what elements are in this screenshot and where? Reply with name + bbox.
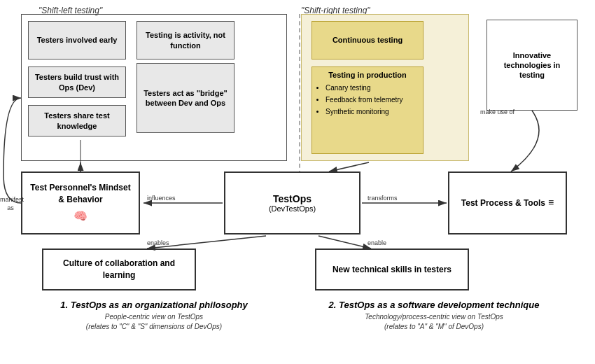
bars-icon: ≡ bbox=[548, 196, 554, 210]
transforms-label: transforms bbox=[368, 195, 398, 202]
production-box: Testing in production Canary testing Fee… bbox=[312, 66, 424, 154]
production-title: Testing in production bbox=[316, 71, 419, 79]
skills-box: New technical skills in testers bbox=[315, 248, 469, 290]
bridge-box: Testers act as "bridge" between Dev and … bbox=[136, 63, 234, 133]
skills-label: New technical skills in testers bbox=[332, 264, 451, 276]
share-knowledge-box: Testers share test knowledge bbox=[28, 105, 126, 136]
testing-activity-box: Testing is activity, not function bbox=[136, 21, 234, 59]
diagram: "Shift-left testing" "Shift-right testin… bbox=[0, 0, 595, 364]
bullet-synthetic: Synthetic monitoring bbox=[326, 106, 419, 118]
bottom-left-title: 1. TestOps as an organizational philosop… bbox=[21, 300, 287, 310]
bottom-right-title: 2. TestOps as a software development tec… bbox=[301, 300, 567, 310]
culture-box: Culture of collaboration and learning bbox=[42, 248, 196, 290]
mindset-box: Test Personnel's Mindset & Behavior 🧠 bbox=[21, 172, 140, 234]
process-box: Test Process & Tools ≡ bbox=[448, 172, 567, 234]
bottom-right-sub2: (relates to "A" & "M" of DevOps) bbox=[301, 322, 567, 332]
bottom-left-sub2: (relates to "C" & "S" dimensions of DevO… bbox=[21, 322, 287, 332]
innovative-box: Innovative technologies in testing bbox=[486, 20, 578, 111]
bullet-telemetry: Feedback from telemetry bbox=[326, 94, 419, 106]
enable-label: enable bbox=[368, 239, 386, 246]
bottom-right-section: 2. TestOps as a software development tec… bbox=[301, 300, 567, 332]
process-label: Test Process & Tools bbox=[461, 197, 545, 209]
mindset-label: Test Personnel's Mindset & Behavior bbox=[27, 182, 134, 206]
manifest-label: manifest as bbox=[0, 196, 21, 212]
bullet-canary: Canary testing bbox=[326, 82, 419, 94]
testops-box: TestOps (DevTestOps) bbox=[224, 172, 360, 234]
center-dashed-line bbox=[299, 14, 300, 175]
production-bullets: Canary testing Feedback from telemetry S… bbox=[316, 82, 419, 118]
bottom-right-sub1: Technology/process-centric view on TestO… bbox=[301, 312, 567, 322]
enables-label: enables bbox=[147, 239, 169, 246]
svg-line-7 bbox=[329, 162, 369, 172]
build-trust-box: Testers build trust with Ops (Dev) bbox=[28, 66, 126, 98]
bottom-left-section: 1. TestOps as an organizational philosop… bbox=[21, 300, 287, 332]
influences-label: influences bbox=[147, 195, 176, 202]
bottom-left-sub1: People-centric view on TestOps bbox=[21, 312, 287, 322]
continuous-box: Continuous testing bbox=[312, 21, 424, 59]
svg-line-6 bbox=[318, 236, 371, 248]
testers-early-box: Testers involved early bbox=[28, 21, 126, 59]
testops-main-label: TestOps bbox=[273, 193, 312, 204]
culture-label: Culture of collaboration and learning bbox=[48, 258, 190, 281]
testops-sub-label: (DevTestOps) bbox=[269, 204, 316, 213]
brain-icon: 🧠 bbox=[27, 209, 134, 224]
make-use-label: make use of bbox=[480, 108, 514, 115]
